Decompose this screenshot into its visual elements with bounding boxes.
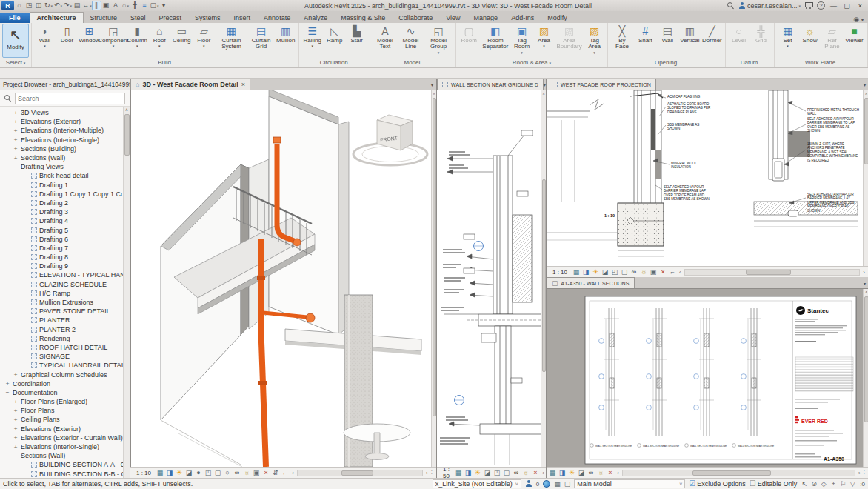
tree-expander[interactable]: − — [13, 164, 19, 170]
by-face-tool[interactable]: ╳ By Face — [610, 24, 634, 58]
roof-tool[interactable]: ⌂ Roof ▾ — [149, 24, 170, 58]
tree-expander[interactable]: + — [13, 110, 19, 116]
tab-insert[interactable]: Insert — [227, 13, 258, 23]
select-pinned-elements-icon[interactable]: ◇ — [820, 480, 827, 488]
view-tab-3d-west-facade[interactable]: ⌂ 3D - West Facade Room Detail × — [130, 79, 250, 90]
tree-expander[interactable]: + — [13, 416, 19, 423]
hide-isolate-icon[interactable]: ∞ — [630, 268, 638, 276]
tab-analyze[interactable]: Analyze — [297, 13, 334, 23]
tree-item[interactable]: + Sections (Wall) — [0, 153, 130, 162]
detail-level-icon[interactable]: ▦ — [549, 469, 556, 477]
tree-item[interactable]: + Elevations (Exterior - Curtain Wall) — [0, 433, 130, 442]
viewer-tool[interactable]: ■ Viewer — [844, 24, 865, 58]
tree-item[interactable]: Drafting 2 — [0, 199, 130, 207]
scroll-right-arrow[interactable]: › — [857, 470, 862, 476]
select-group-label[interactable]: Select▾ — [0, 58, 31, 67]
reveal-hidden-icon[interactable]: ☼ — [597, 469, 604, 477]
close-button[interactable]: × — [855, 2, 865, 10]
floor-tool[interactable]: ▱ Floor ▾ — [193, 24, 215, 58]
tree-item[interactable]: + Graphical Column Schedules — [0, 370, 130, 379]
shaft-tool[interactable]: # Shaft — [635, 24, 656, 58]
ribbon-group-label[interactable]: Circulation — [299, 58, 370, 67]
tab-file[interactable]: File — [0, 13, 30, 23]
tree-expander[interactable]: + — [13, 119, 19, 125]
window-tool[interactable]: ⊞ Window — [79, 24, 100, 58]
scroll-left-arrow[interactable]: ‹ — [615, 470, 621, 476]
reveal-constraints-icon[interactable]: ⌐ — [669, 268, 676, 276]
visual-style-icon[interactable]: ◨ — [166, 469, 173, 477]
tag-room-tool[interactable]: ▣ Tag Room ▾ — [511, 24, 533, 58]
tree-expander[interactable]: − — [4, 389, 10, 396]
undo-icon[interactable]: ↶▾ — [53, 1, 63, 10]
analytical-model-icon[interactable]: × — [607, 469, 614, 477]
vertical-scrollbar[interactable]: ∧ — [431, 90, 436, 467]
drag-elements-on-selection-icon[interactable]: ⚐ — [839, 480, 847, 488]
3d-canvas[interactable]: FRONT — [130, 90, 431, 467]
active-workset-select[interactable]: x_Link_Site (Not Editable)˅ — [433, 479, 521, 488]
select-underlay-elements-icon[interactable]: ⊘ — [810, 480, 818, 488]
show-crop-icon[interactable]: ▢ — [621, 268, 628, 276]
level-tool[interactable]: ○ Level — [728, 24, 750, 58]
tree-item[interactable]: PAVER STONE DETAIL — [0, 307, 130, 316]
tree-item[interactable]: Drafting 8 — [0, 253, 130, 262]
ribbon-display-caret[interactable]: ▾ — [861, 17, 864, 22]
customize-qat-icon[interactable]: ▾ — [159, 1, 169, 10]
tab-massing-site[interactable]: Massing & Site — [334, 13, 392, 23]
scroll-right-arrow[interactable]: › — [861, 269, 867, 276]
show-crop-icon[interactable]: ▢ — [503, 469, 510, 477]
analytical-model-icon[interactable]: × — [262, 469, 270, 477]
analytical-model-icon[interactable]: × — [659, 268, 667, 276]
tree-item[interactable]: ROOF HATCH DETAIL — [0, 343, 130, 352]
tab-list-button[interactable]: ▾ — [431, 82, 436, 90]
resize-grip[interactable]: ⁚ — [864, 470, 867, 476]
tree-expander[interactable]: + — [13, 136, 19, 143]
ribbon-display-toggle[interactable]: ◉ — [853, 16, 859, 23]
model-line-tool[interactable]: ∿ Model Line — [398, 24, 424, 58]
vertical-scrollbar[interactable]: ∧ — [863, 289, 868, 467]
railing-tool[interactable]: ☰ Railing ▾ — [301, 24, 323, 58]
room-separator-tool[interactable]: ◧ Room Separator — [481, 24, 510, 58]
horizontal-scrollbar[interactable] — [684, 269, 861, 276]
tab-collaborate[interactable]: Collaborate — [392, 13, 439, 23]
minimize-button[interactable]: — — [829, 2, 838, 10]
tree-item[interactable]: + Floor Plans (Enlarged) — [0, 397, 130, 406]
measure-icon[interactable]: ↔▾ — [82, 1, 92, 10]
project-browser-header[interactable]: Project Browser - arch_buildinga1_144104… — [0, 79, 130, 90]
sun-path-icon[interactable]: ☀ — [474, 469, 481, 477]
tree-item[interactable]: PLANTER 2 — [0, 325, 130, 334]
tab-modify[interactable]: Modify — [541, 13, 574, 23]
vertical-scrollbar[interactable]: ∧ — [541, 90, 546, 467]
sun-path-icon[interactable]: ☀ — [568, 469, 575, 477]
component-tool[interactable]: ◲ Component ▾ — [101, 24, 126, 58]
home-icon[interactable]: ⌂ — [15, 1, 24, 10]
tree-item[interactable]: TYPICAL HANDRAIL DETAILS — [0, 361, 130, 370]
mullion-tool[interactable]: ▥ Mullion — [275, 24, 296, 58]
ribbon-group-label[interactable]: Datum — [726, 58, 774, 67]
vertical-scrollbar[interactable]: ∧ — [863, 90, 868, 266]
sun-path-icon[interactable]: ☀ — [176, 469, 183, 477]
tree-item[interactable]: H/C Ramp — [0, 289, 130, 298]
tree-item[interactable]: + Coordination — [0, 379, 130, 388]
curtain-grid-tool[interactable]: ▤ Curtain Grid — [248, 24, 274, 58]
help-icon[interactable]: ? — [817, 1, 825, 10]
tree-item[interactable]: Rendering — [0, 334, 130, 343]
tab-annotate[interactable]: Annotate — [257, 13, 297, 23]
search-icon[interactable] — [727, 2, 735, 10]
visual-style-icon[interactable]: ◨ — [464, 469, 472, 477]
tab-add-ins[interactable]: Add-Ins — [504, 13, 541, 23]
section-icon[interactable]: ╂ — [130, 1, 140, 10]
tab-structure[interactable]: Structure — [84, 13, 124, 23]
tree-item[interactable]: Drafting 6 — [0, 235, 130, 244]
shadows-icon[interactable]: ◪ — [578, 469, 585, 477]
exclude-options-checkbox[interactable]: ☑Exclude Options — [689, 480, 746, 488]
door-tool[interactable]: ▯ Door — [56, 24, 78, 58]
filter-icon[interactable]: ▽ — [849, 480, 856, 488]
tab-list-button[interactable]: ▾ — [864, 281, 868, 288]
ref-plane-tool[interactable]: ▱ Ref Plane — [821, 24, 843, 58]
view-tab-roof-projection[interactable]: WEST FACADE ROOF PROJECTION — [547, 79, 656, 90]
unlocked-view-icon[interactable]: ○ — [224, 469, 231, 477]
scroll-left-arrow[interactable]: ‹ — [678, 269, 683, 276]
tree-item[interactable]: + Elevations (Interior-Single) — [0, 136, 130, 144]
tree-scrollbar[interactable]: ∧ — [123, 107, 130, 478]
search-input[interactable] — [15, 93, 125, 104]
